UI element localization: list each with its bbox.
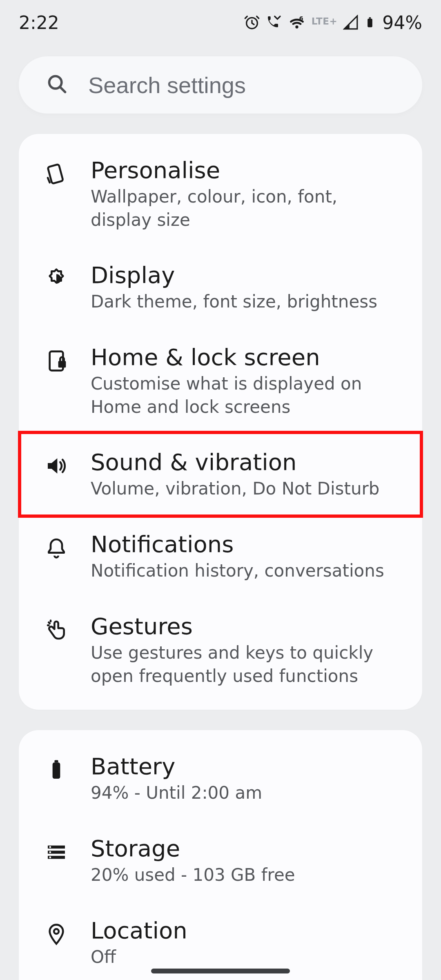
settings-item-subtitle: Dark theme, font size, brightness xyxy=(91,290,403,314)
search-settings[interactable] xyxy=(19,56,422,114)
settings-item-subtitle: Wallpaper, colour, icon, font, display s… xyxy=(91,185,403,232)
settings-item-sound-vibration[interactable]: Sound & vibrationVolume, vibration, Do N… xyxy=(19,433,422,515)
settings-item-subtitle: Use gestures and keys to quickly open fr… xyxy=(91,641,403,688)
settings-item-subtitle: 94% - Until 2:00 am xyxy=(91,782,403,805)
settings-item-personalise[interactable]: PersonaliseWallpaper, colour, icon, font… xyxy=(19,141,422,246)
brightness-icon xyxy=(44,267,69,291)
search-input[interactable] xyxy=(87,71,394,99)
gestures-icon xyxy=(44,618,69,642)
settings-item-title: Battery xyxy=(91,752,403,781)
status-bar: 2:22 LTE+ 94% xyxy=(0,0,441,45)
settings-item-subtitle: 20% used - 103 GB free xyxy=(91,864,403,887)
settings-item-subtitle: Off xyxy=(91,946,403,969)
settings-item-text: DisplayDark theme, font size, brightness xyxy=(91,261,403,314)
settings-item-home-lock-screen[interactable]: Home & lock screenCustomise what is disp… xyxy=(19,328,422,433)
settings-item-text: PersonaliseWallpaper, colour, icon, font… xyxy=(91,156,403,232)
settings-item-subtitle: Notification history, conversations xyxy=(91,559,403,583)
settings-item-text: Storage20% used - 103 GB free xyxy=(91,834,403,887)
settings-item-title: Gestures xyxy=(91,612,403,641)
alarm-icon xyxy=(244,14,260,31)
sound-icon xyxy=(44,454,69,478)
settings-item-notifications[interactable]: NotificationsNotification history, conve… xyxy=(19,515,422,597)
settings-item-text: Sound & vibrationVolume, vibration, Do N… xyxy=(91,448,403,501)
settings-item-text: GesturesUse gestures and keys to quickly… xyxy=(91,612,403,688)
personalise-icon xyxy=(44,162,69,186)
settings-item-title: Sound & vibration xyxy=(91,448,403,477)
settings-item-title: Location xyxy=(91,916,403,945)
battery-percent: 94% xyxy=(382,12,422,33)
settings-item-battery[interactable]: Battery94% - Until 2:00 am xyxy=(19,737,422,820)
settings-item-text: Home & lock screenCustomise what is disp… xyxy=(91,343,403,419)
wifi-6-icon xyxy=(288,13,306,31)
settings-item-text: NotificationsNotification history, conve… xyxy=(91,530,403,583)
settings-group-1: Battery94% - Until 2:00 amStorage20% use… xyxy=(19,730,422,980)
settings-item-text: Battery94% - Until 2:00 am xyxy=(91,752,403,805)
battery-icon xyxy=(44,758,69,782)
battery-icon xyxy=(364,14,376,31)
settings-item-text: LocationOff xyxy=(91,916,403,969)
settings-item-subtitle: Customise what is displayed on Home and … xyxy=(91,372,403,419)
location-icon xyxy=(44,922,69,947)
settings-item-title: Storage xyxy=(91,834,403,863)
settings-item-title: Personalise xyxy=(91,156,403,185)
settings-item-title: Display xyxy=(91,261,403,290)
volte-call-icon xyxy=(266,14,282,31)
gesture-nav-pill[interactable] xyxy=(151,969,290,973)
settings-item-subtitle: Volume, vibration, Do Not Disturb xyxy=(91,477,403,501)
settings-item-title: Notifications xyxy=(91,530,403,559)
storage-icon xyxy=(44,840,69,864)
home-lock-icon xyxy=(44,349,69,373)
network-type: LTE+ xyxy=(312,16,338,29)
status-time: 2:22 xyxy=(19,12,59,33)
settings-item-title: Home & lock screen xyxy=(91,343,403,372)
signal-icon xyxy=(343,15,359,30)
settings-group-0: PersonaliseWallpaper, colour, icon, font… xyxy=(19,134,422,710)
settings-item-gestures[interactable]: GesturesUse gestures and keys to quickly… xyxy=(19,597,422,702)
settings-item-storage[interactable]: Storage20% used - 103 GB free xyxy=(19,820,422,902)
search-icon xyxy=(47,74,68,96)
bell-icon xyxy=(44,536,69,560)
settings-item-display[interactable]: DisplayDark theme, font size, brightness xyxy=(19,246,422,328)
